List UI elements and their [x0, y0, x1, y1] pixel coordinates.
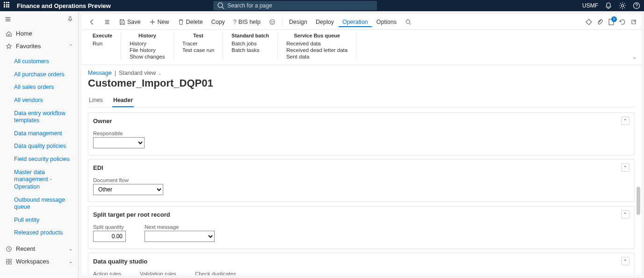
chevron-up-icon[interactable]: ⌃ — [621, 163, 630, 172]
nav-recent[interactable]: Recent ⌄ — [0, 242, 78, 255]
deploy-tab[interactable]: Deploy — [312, 17, 338, 27]
field-label: Next message — [145, 224, 215, 230]
ribbon-collapse[interactable]: ⌃ — [633, 57, 637, 62]
section-split: Split target per root record ⌃ Split qua… — [88, 206, 635, 249]
new-button[interactable]: New — [145, 17, 173, 27]
nav-workspaces[interactable]: Workspaces ⌄ — [0, 255, 78, 268]
svg-rect-8 — [9, 262, 11, 263]
company-indicator[interactable]: USMF — [582, 2, 598, 9]
fav-link[interactable]: Master data management - Operation — [12, 166, 78, 194]
delete-button[interactable]: Delete — [174, 17, 207, 27]
breadcrumb: Message | Standard view ⌄ — [88, 70, 635, 76]
fav-link[interactable]: Field security policies — [12, 153, 78, 166]
svg-point-12 — [406, 20, 410, 23]
favorites-list: All customers All purchase orders All sa… — [0, 52, 78, 242]
section-owner: Owner ⌃ Responsible — [88, 112, 635, 155]
field-check-duplicates: Check duplicates No — [195, 271, 236, 275]
ribbon-item[interactable]: File history — [130, 47, 165, 53]
popout-icon[interactable] — [630, 18, 637, 26]
operation-tab[interactable]: Operation — [339, 17, 372, 27]
chevron-up-icon[interactable]: ⌃ — [621, 117, 630, 125]
bell-icon[interactable] — [605, 2, 612, 9]
nav-favorites-label: Favorites — [16, 43, 41, 50]
chevron-up-icon[interactable]: ⌃ — [621, 210, 630, 219]
attach-icon[interactable] — [596, 18, 604, 26]
scrollbar-thumb[interactable] — [637, 187, 640, 215]
ribbon-group-test: Test Tracer Test case run — [174, 33, 223, 60]
field-responsible: Responsible — [93, 131, 145, 148]
notifications-button[interactable]: 0 — [608, 18, 615, 26]
back-button[interactable] — [85, 17, 99, 27]
fav-link[interactable]: All sales orders — [12, 81, 78, 94]
fav-link[interactable]: Data management — [12, 127, 78, 140]
section-header[interactable]: Data quality studio ⌃ — [88, 253, 634, 269]
badge-count: 0 — [611, 16, 617, 22]
nav-favorites[interactable]: Favorites ⌃ — [0, 40, 78, 52]
plus-icon — [149, 19, 156, 25]
scrollbar[interactable] — [637, 168, 640, 275]
field-label: Responsible — [93, 131, 145, 136]
ribbon-item[interactable]: Received data — [286, 40, 347, 47]
search-icon — [217, 2, 224, 9]
field-label: Check duplicates — [195, 271, 236, 275]
separator — [282, 18, 282, 26]
question-icon: ? — [233, 19, 237, 25]
breadcrumb-link[interactable]: Message — [88, 70, 112, 76]
app-launcher-icon[interactable] — [4, 2, 11, 9]
tab-lines[interactable]: Lines — [88, 94, 104, 107]
copy-button[interactable]: Copy — [208, 17, 229, 27]
fav-link[interactable]: Outbound message queue — [12, 194, 78, 214]
chevron-up-icon[interactable]: ⌃ — [621, 257, 630, 265]
list-button[interactable] — [100, 17, 114, 27]
next-message-select[interactable] — [145, 231, 215, 242]
field-validation-rules: Validation rules Yes — [140, 271, 176, 275]
section-header[interactable]: Split target per root record ⌃ — [88, 206, 634, 222]
section-header[interactable]: EDI ⌃ — [88, 160, 634, 176]
ribbon-item[interactable]: Batch jobs — [232, 40, 269, 47]
pin-icon[interactable] — [67, 16, 73, 22]
svg-point-9 — [270, 19, 275, 24]
ribbon-item[interactable]: Run — [93, 40, 112, 47]
field-split-quantity: Split quantity — [93, 224, 126, 242]
ribbon-item[interactable]: Sent data — [286, 53, 347, 60]
grid-icon — [6, 258, 12, 265]
ribbon-group-history: History History File history Show change… — [121, 33, 174, 60]
refresh-icon[interactable] — [619, 18, 626, 26]
svg-rect-7 — [7, 262, 8, 263]
fav-link[interactable]: Pull entity — [12, 214, 78, 227]
options-tab[interactable]: Options — [373, 17, 400, 27]
save-button[interactable]: Save — [115, 17, 145, 27]
document-flow-select[interactable]: Other — [93, 184, 163, 195]
section-header[interactable]: Owner ⌃ — [88, 113, 634, 129]
fav-link[interactable]: All purchase orders — [12, 68, 78, 81]
page-title: Customer_Import_DQP01 — [88, 77, 635, 89]
fav-link[interactable]: All customers — [12, 55, 78, 68]
ribbon-item[interactable]: Show changes — [130, 53, 165, 60]
field-document-flow: Document flow Other — [93, 177, 163, 195]
nav-home[interactable]: Home — [0, 27, 78, 40]
ribbon-item[interactable]: Test case run — [182, 47, 214, 53]
gear-icon[interactable] — [619, 2, 626, 9]
design-tab[interactable]: Design — [285, 17, 311, 27]
find-button[interactable] — [401, 17, 415, 27]
fav-link[interactable]: Data quality policies — [12, 140, 78, 153]
bishelp-button[interactable]: ?BIS help — [230, 17, 264, 27]
nav-recent-label: Recent — [16, 245, 35, 252]
split-quantity-input[interactable] — [93, 231, 126, 242]
ribbon-item[interactable]: History — [130, 40, 165, 47]
face-button[interactable] — [265, 17, 279, 27]
diamond-icon[interactable] — [585, 18, 593, 26]
global-search[interactable]: Search for a page — [213, 1, 377, 10]
fav-link[interactable]: Data entry workflow templates — [12, 107, 78, 127]
fav-link[interactable]: Released products — [12, 227, 78, 240]
hamburger-icon[interactable] — [5, 16, 11, 22]
ribbon-item[interactable]: Tracer — [182, 40, 214, 47]
fav-link[interactable]: All vendors — [12, 94, 78, 107]
ribbon-item[interactable]: Received dead letter data — [286, 47, 347, 53]
help-icon[interactable] — [633, 2, 640, 9]
tab-header[interactable]: Header — [112, 94, 134, 107]
responsible-select[interactable] — [93, 137, 145, 148]
ribbon-item[interactable]: Batch tasks — [232, 47, 269, 53]
ribbon-group-title: Execute — [93, 33, 112, 38]
view-selector[interactable]: Standard view ⌄ — [119, 70, 162, 76]
